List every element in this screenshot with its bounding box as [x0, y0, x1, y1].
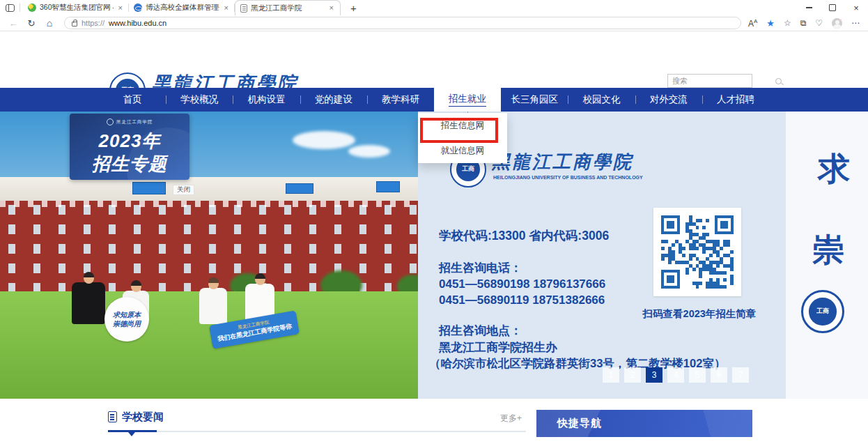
home-icon[interactable]: ⌂ [42, 16, 57, 30]
address-bar[interactable]: https://www.hibu.edu.cn [64, 17, 741, 29]
banner-close-button[interactable]: 关闭 [173, 185, 194, 195]
page-dot-4[interactable]: 4 [667, 367, 684, 383]
nav-item-orgs[interactable]: 机构设置 [233, 88, 300, 112]
page-dot-7[interactable]: 7 [732, 367, 749, 383]
nav-item-party[interactable]: 党的建设 [300, 88, 367, 112]
read-aloud-icon[interactable]: AA [748, 18, 757, 29]
address-title: 招生咨询地点： [439, 323, 522, 339]
nav-item-overview[interactable]: 学校概况 [166, 88, 233, 112]
tab-strip: 360智慧生活集团官网 - 售后申请 × 博达高校全媒体群管理平台V2 × 黑龙… [0, 0, 868, 15]
nav-item-campus-culture[interactable]: 校园文化 [568, 88, 635, 112]
site-favicon-360-icon [28, 3, 36, 12]
phone-title: 招生咨询电话： [439, 260, 522, 276]
close-window-button[interactable]: × [844, 0, 868, 15]
toolbar-actions: AA ★ ☆ ⧉ ♡ ⋯ [748, 18, 860, 29]
profile-avatar[interactable] [832, 18, 842, 29]
notification-dot [839, 18, 842, 21]
url-scheme: https:// [82, 19, 104, 27]
nav-item-home[interactable]: 首页 [99, 88, 166, 112]
school-codes: 学校代码:13300 省内代码:3006 [439, 227, 609, 244]
browser-toolbar: ← ↻ ⌂ https://www.hibu.edu.cn AA ★ ☆ ⧉ ♡… [0, 15, 868, 31]
preview-character: 求 [818, 148, 850, 191]
tab-actions-icon[interactable] [6, 4, 15, 12]
menu-item-admissions-info[interactable]: 招生信息网 [418, 113, 507, 138]
next-slide-preview: 求 崇 工商 [786, 112, 868, 399]
news-divider-arrow [128, 432, 135, 436]
lock-icon [72, 22, 77, 26]
minimize-button[interactable] [797, 0, 821, 15]
student-figure [199, 279, 227, 324]
phone-line: 0451—56890198 18796137666 [439, 277, 605, 291]
collections-icon[interactable]: ⧉ [800, 18, 807, 28]
settings-menu-icon[interactable]: ⋯ [851, 18, 860, 28]
address-line1: 黑龙江工商学院招生办 [439, 339, 557, 355]
close-tab-icon[interactable]: × [117, 3, 124, 13]
nav-item-delta-campus[interactable]: 长三角园区 [501, 88, 568, 112]
tab-hibu-active[interactable]: 黑龙江工商学院 × [235, 0, 341, 15]
main-navigation: 首页 学校概况 机构设置 党的建设 教学科研 招生就业 长三角园区 校园文化 对… [0, 88, 868, 112]
university-name-cn: 黑龍江工商學院 [492, 150, 633, 174]
tab-title: 黑龙江工商学院 [251, 3, 325, 13]
campus-photo: 求知原本 崇德尚用 黑龙江工商学院 我们在黑龙江工商学院等你 黑龙江工商学院 2… [0, 112, 418, 399]
qr-finder [661, 215, 680, 234]
tab-title: 360智慧生活集团官网 - 售后申请 [40, 3, 114, 13]
site-favicon-document-icon [240, 4, 247, 13]
rooftop-sign [286, 183, 313, 194]
university-seal-logo: 工商 [801, 290, 844, 333]
page-dot-1[interactable]: 1 [603, 367, 619, 383]
divider [20, 3, 20, 12]
tab-360[interactable]: 360智慧生活集团官网 - 售后申请 × [23, 0, 129, 15]
nav-item-teaching[interactable]: 教学科研 [367, 88, 434, 112]
student-figure [72, 273, 105, 324]
news-divider [108, 431, 526, 432]
banner-logo: 黑龙江工商学院 [70, 118, 189, 125]
nav-item-exchange[interactable]: 对外交流 [635, 88, 702, 112]
nav-item-admissions-active[interactable]: 招生就业 [434, 88, 501, 112]
page-dot-6[interactable]: 6 [711, 367, 727, 383]
nav-item-recruit[interactable]: 人才招聘 [702, 88, 769, 112]
qr-caption: 扫码查看2023年招生简章 [638, 307, 761, 321]
favorite-star-icon[interactable]: ★ [766, 18, 775, 29]
seal-monogram: 工商 [809, 298, 836, 325]
cloud [348, 145, 390, 158]
close-tab-icon[interactable]: × [223, 3, 230, 13]
url-host: www.hibu.edu.cn [109, 19, 166, 27]
page-dot-3-active[interactable]: 3 [646, 367, 662, 383]
close-tab-icon[interactable]: × [328, 3, 335, 13]
restore-button[interactable] [821, 0, 844, 15]
tab-boda[interactable]: 博达高校全媒体群管理平台V2 × [129, 0, 235, 15]
rooftop-sign [376, 181, 400, 192]
tab-title: 博达高校全媒体群管理平台V2 [146, 3, 219, 13]
news-section-title: 学校要闻 [122, 411, 164, 424]
menu-item-employment-info[interactable]: 就业信息网 [418, 138, 507, 163]
phone-line: 0451—56890119 18751382666 [439, 293, 605, 307]
favorites-bar-icon[interactable]: ☆ [784, 18, 791, 28]
back-icon[interactable]: ← [6, 16, 21, 30]
qr-finder [715, 215, 734, 234]
news-document-icon [108, 411, 117, 422]
more-link[interactable]: 更多+ [500, 413, 522, 424]
search-input[interactable] [668, 77, 775, 85]
banner-title-line2: 招生专题 [70, 152, 189, 176]
admissions-2023-banner[interactable]: 黑龙江工商学院 2023年 招生专题 [70, 114, 189, 180]
qr-finder [661, 270, 680, 289]
refresh-icon[interactable]: ↻ [24, 16, 39, 30]
site-search-box[interactable] [667, 74, 752, 88]
admissions-dropdown-menu: 招生信息网 就业信息网 [418, 113, 507, 163]
browser-window: 360智慧生活集团官网 - 售后申请 × 博达高校全媒体群管理平台V2 × 黑龙… [0, 0, 868, 444]
qr-code [653, 208, 741, 296]
page-dot-5[interactable]: 5 [689, 367, 706, 383]
hero-carousel: 求知原本 崇德尚用 黑龙江工商学院 我们在黑龙江工商学院等你 黑龙江工商学院 2… [0, 112, 868, 399]
round-slogan-sign: 求知原本 崇德尚用 [104, 297, 149, 342]
site-favicon-globe-icon [134, 3, 142, 12]
search-icon[interactable] [775, 78, 782, 84]
cloud [293, 131, 355, 149]
rooftop-sign [132, 182, 166, 194]
building-roofline [0, 177, 418, 202]
preview-character: 崇 [812, 229, 844, 272]
new-tab-button[interactable]: + [348, 2, 359, 14]
browser-essentials-icon[interactable]: ♡ [815, 18, 823, 28]
site-header: 工商 黑龍江工商學院 HEILONGJIANG UNIVERSITY OF BU… [0, 31, 868, 88]
quick-nav-banner[interactable]: 快捷导航 [536, 410, 752, 437]
page-dot-2[interactable]: 2 [624, 367, 641, 383]
